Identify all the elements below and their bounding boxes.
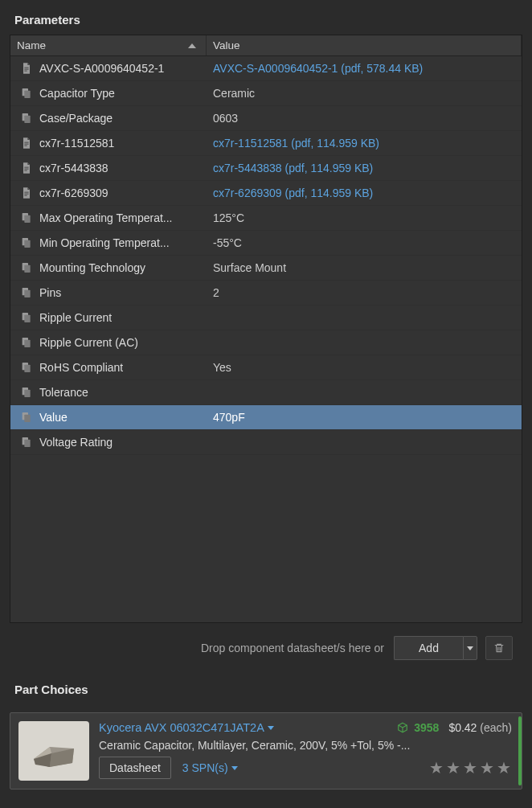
part-choice-card[interactable]: Kyocera AVX 06032C471JAT2A 3958 $0.42 (e… — [10, 712, 522, 790]
add-button[interactable]: Add — [394, 636, 463, 660]
price-value: $0.42 — [448, 721, 477, 734]
spn-link[interactable]: 3 SPN(s) — [182, 761, 238, 774]
parameter-icon — [20, 286, 33, 299]
table-row[interactable]: Max Operating Temperat...125°C — [10, 206, 522, 231]
svg-rect-10 — [24, 167, 28, 168]
parameter-value: -55°C — [207, 236, 522, 249]
parameter-value-link[interactable]: AVXC-S-A0009640452-1 (pdf, 578.44 KB) — [207, 62, 522, 75]
cell-name: cx7r-11512581 — [10, 137, 207, 150]
svg-rect-23 — [24, 290, 30, 297]
parameter-name: Max Operating Temperat... — [39, 211, 172, 224]
parameter-value: Yes — [207, 361, 522, 374]
document-icon — [20, 62, 33, 75]
svg-rect-13 — [24, 192, 28, 193]
svg-rect-25 — [24, 315, 30, 322]
table-row[interactable]: cx7r-6269309cx7r-6269309 (pdf, 114.959 K… — [10, 181, 522, 206]
parameter-name: RoHS Compliant — [39, 361, 123, 374]
cell-name: Pins — [10, 286, 207, 299]
cell-name: cx7r-5443838 — [10, 162, 207, 174]
cell-name: RoHS Compliant — [10, 361, 207, 374]
column-header-name[interactable]: Name — [10, 35, 207, 55]
part-name-link[interactable]: Kyocera AVX 06032C471JAT2A — [99, 721, 274, 734]
parameter-icon — [20, 261, 33, 274]
star-icon: ★ — [446, 758, 461, 777]
table-body: AVXC-S-A0009640452-1AVXC-S-A0009640452-1… — [10, 56, 522, 622]
table-row[interactable]: Case/Package0603 — [10, 106, 522, 131]
svg-rect-14 — [24, 194, 28, 195]
rating-stars[interactable]: ★ ★ ★ ★ ★ — [429, 758, 512, 777]
table-row[interactable]: RoHS CompliantYes — [10, 355, 522, 380]
trash-icon — [493, 642, 505, 654]
parameter-name: Ripple Current — [39, 311, 112, 324]
parameter-value: Ceramic — [207, 87, 522, 100]
cell-name: Mounting Technology — [10, 261, 207, 274]
add-dropdown-button[interactable] — [463, 636, 477, 660]
drop-hint: Drop component datasheet/s here or — [201, 642, 384, 654]
table-row[interactable]: Capacitor TypeCeramic — [10, 81, 522, 106]
svg-rect-21 — [24, 265, 30, 273]
svg-rect-1 — [24, 69, 28, 70]
svg-rect-29 — [24, 365, 30, 372]
svg-rect-11 — [24, 169, 28, 170]
parameters-table: Name Value AVXC-S-A0009640452-1AVXC-S-A0… — [10, 35, 522, 623]
svg-rect-9 — [24, 146, 27, 146]
parameter-name: Voltage Rating — [39, 436, 113, 449]
parameter-name: Min Operating Temperat... — [39, 236, 170, 249]
chevron-down-icon — [268, 726, 274, 730]
star-icon: ★ — [480, 758, 495, 777]
parameter-value-link[interactable]: cx7r-5443838 (pdf, 114.959 KB) — [207, 162, 522, 174]
table-row[interactable]: cx7r-5443838cx7r-5443838 (pdf, 114.959 K… — [10, 156, 522, 181]
parameter-icon — [20, 211, 33, 224]
parameter-icon — [20, 411, 33, 424]
svg-rect-0 — [24, 68, 28, 68]
parameter-value-link[interactable]: cx7r-11512581 (pdf, 114.959 KB) — [207, 137, 522, 150]
table-row[interactable]: Pins2 — [10, 281, 522, 306]
table-row[interactable]: Mounting TechnologySurface Mount — [10, 256, 522, 281]
parameter-name: Pins — [39, 286, 61, 299]
parameter-icon — [20, 87, 33, 100]
svg-rect-35 — [24, 440, 30, 447]
part-name-text: Kyocera AVX 06032C471JAT2A — [99, 721, 264, 734]
part-choices-title: Part Choices — [10, 676, 522, 704]
parameter-icon — [20, 236, 33, 249]
parameter-name: Value — [39, 411, 68, 424]
table-row[interactable]: Voltage Rating — [10, 430, 522, 455]
parameter-name: Tolerance — [39, 386, 88, 399]
column-header-value[interactable]: Value — [207, 35, 522, 55]
star-icon: ★ — [429, 758, 444, 777]
parameter-icon — [20, 436, 33, 449]
svg-rect-33 — [24, 415, 30, 422]
parameter-icon — [20, 361, 33, 374]
svg-rect-2 — [24, 71, 27, 72]
svg-rect-27 — [24, 340, 30, 347]
parameter-name: Ripple Current (AC) — [39, 336, 138, 349]
table-row[interactable]: Tolerance — [10, 380, 522, 405]
table-row[interactable]: Value470pF — [10, 405, 522, 430]
cell-name: Tolerance — [10, 386, 207, 399]
document-icon — [20, 162, 33, 174]
cell-name: Voltage Rating — [10, 436, 207, 449]
table-row[interactable]: AVXC-S-A0009640452-1AVXC-S-A0009640452-1… — [10, 56, 522, 81]
svg-rect-4 — [24, 91, 30, 98]
table-row[interactable]: Ripple Current — [10, 306, 522, 330]
table-row[interactable]: Min Operating Temperat...-55°C — [10, 231, 522, 256]
delete-button[interactable] — [485, 636, 513, 660]
price: $0.42 (each) — [448, 721, 512, 734]
table-row[interactable]: Ripple Current (AC) — [10, 330, 522, 355]
svg-rect-15 — [24, 195, 27, 196]
parameter-name: cx7r-11512581 — [39, 137, 114, 150]
parameter-name: Capacitor Type — [39, 87, 115, 100]
cell-name: Ripple Current — [10, 311, 207, 324]
drop-bar: Drop component datasheet/s here or Add — [10, 623, 522, 665]
table-row[interactable]: cx7r-11512581cx7r-11512581 (pdf, 114.959… — [10, 131, 522, 156]
svg-rect-8 — [24, 144, 28, 145]
cell-name: Capacitor Type — [10, 87, 207, 100]
parameter-name: Mounting Technology — [39, 261, 145, 274]
part-thumbnail — [18, 721, 89, 781]
datasheet-button[interactable]: Datasheet — [99, 757, 171, 779]
parameter-value-link[interactable]: cx7r-6269309 (pdf, 114.959 KB) — [207, 187, 522, 199]
svg-rect-31 — [24, 390, 30, 397]
cell-name: Case/Package — [10, 112, 207, 125]
svg-rect-17 — [24, 215, 30, 223]
document-icon — [20, 187, 33, 199]
